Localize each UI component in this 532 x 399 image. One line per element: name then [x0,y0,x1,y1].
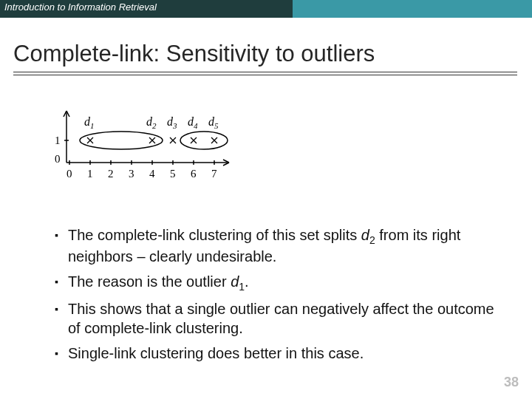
axis-diagram: 1 0 0 1 2 3 4 5 6 7 d1 d2 d3 d4 d5 [44,103,236,192]
bullet-item: ▪ The reason is the outlier d1. [52,272,495,293]
svg-text:2: 2 [108,168,114,180]
bullet-text: The complete-link clustering of this set… [68,225,495,266]
bullet-marker: ▪ [55,299,68,318]
y-tick-0: 0 [55,153,61,165]
bullet-text: The reason is the outlier d1. [68,272,495,293]
header-teal-segment [293,0,532,18]
svg-text:d1: d1 [84,115,95,130]
svg-text:4: 4 [149,168,155,180]
svg-text:d4: d4 [188,115,198,130]
point-labels: d1 d2 d3 d4 d5 [84,115,219,130]
svg-text:7: 7 [211,168,217,180]
svg-text:1: 1 [87,168,93,180]
svg-text:0: 0 [66,168,72,180]
slide-title: Complete-link: Sensitivity to outliers [13,41,517,67]
bullet-list: ▪ The complete-link clustering of this s… [52,225,495,369]
bullet-marker: ▪ [55,272,68,291]
title-block: Complete-link: Sensitivity to outliers [13,41,517,75]
bullet-marker: ▪ [55,344,68,363]
svg-text:5: 5 [170,168,176,180]
course-title: Introduction to Information Retrieval [4,1,157,13]
svg-text:d3: d3 [167,115,177,130]
svg-text:6: 6 [191,168,197,180]
bullet-item: ▪ Single-link clustering does better in … [52,344,495,363]
bullet-item: ▪ The complete-link clustering of this s… [52,225,495,266]
bullet-item: ▪ This shows that a single outlier can n… [52,299,495,338]
x-ticks: 0 1 2 3 4 5 6 7 [66,160,217,180]
bullet-text: This shows that a single outlier can neg… [68,299,495,338]
y-tick-1: 1 [55,134,61,146]
header-bar: Introduction to Information Retrieval [0,0,532,18]
svg-text:d2: d2 [146,115,157,130]
cluster-left-ellipse [80,132,163,149]
svg-text:3: 3 [129,168,134,180]
points [87,137,217,143]
page-number: 38 [504,375,519,390]
svg-text:d5: d5 [208,115,219,130]
title-underline [13,72,517,75]
cluster-right-ellipse [180,132,228,149]
bullet-text: Single-link clustering does better in th… [68,344,495,363]
bullet-marker: ▪ [55,225,68,245]
